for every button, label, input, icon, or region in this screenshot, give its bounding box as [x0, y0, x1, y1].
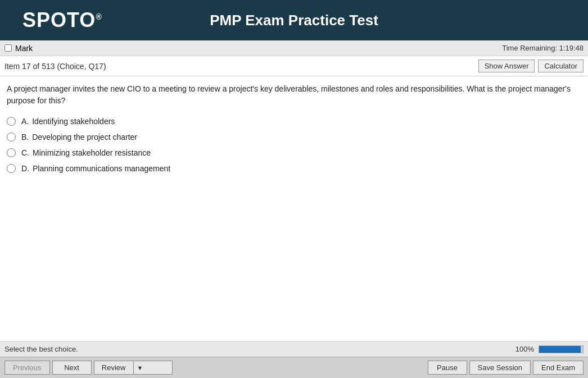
- list-item[interactable]: B.Developing the project charter: [7, 133, 581, 142]
- option-text-B: Developing the project charter: [32, 133, 137, 142]
- option-label-A: A.: [21, 117, 29, 126]
- time-label: Time Remaining:: [502, 44, 557, 52]
- logo: SPOTO®: [22, 8, 102, 32]
- status-bar: Select the best choice. 100%: [0, 341, 588, 357]
- page-title: PMP Exam Practice Test: [210, 12, 378, 29]
- question-area: A project manager invites the new CIO to…: [0, 76, 588, 341]
- option-text-C: Minimizing stakeholder resistance: [33, 148, 151, 157]
- list-item[interactable]: C.Minimizing stakeholder resistance: [7, 148, 581, 157]
- progress-pct: 100%: [515, 345, 534, 353]
- option-text-D: Planning communications management: [33, 164, 170, 173]
- show-answer-button[interactable]: Show Answer: [478, 60, 535, 72]
- header: SPOTO® PMP Exam Practice Test: [0, 0, 588, 40]
- option-radio-C[interactable]: [7, 148, 16, 157]
- bottom-bar: Previous Next Review ▼ Pause Save Sessio…: [0, 357, 588, 378]
- mark-bar: Mark Time Remaining: 1:19:48: [0, 40, 588, 56]
- item-buttons: Show Answer Calculator: [478, 60, 584, 72]
- logo-text: SPOTO: [22, 8, 96, 31]
- list-item[interactable]: A.Identifying stakeholders: [7, 117, 581, 126]
- option-label-B: B.: [21, 133, 29, 142]
- pause-button[interactable]: Pause: [428, 361, 467, 375]
- previous-button[interactable]: Previous: [4, 361, 50, 375]
- status-text: Select the best choice.: [4, 345, 78, 353]
- end-exam-button[interactable]: End Exam: [533, 361, 584, 375]
- time-value: 1:19:48: [559, 44, 584, 52]
- options-list: A.Identifying stakeholdersB.Developing t…: [7, 117, 581, 173]
- right-buttons: Pause Save Session End Exam: [428, 361, 584, 375]
- option-radio-B[interactable]: [7, 133, 16, 142]
- list-item[interactable]: D.Planning communications management: [7, 164, 581, 173]
- time-remaining: Time Remaining: 1:19:48: [502, 44, 584, 52]
- save-session-button[interactable]: Save Session: [469, 361, 531, 375]
- option-radio-D[interactable]: [7, 164, 16, 173]
- option-label-C: C.: [21, 148, 29, 157]
- progress-bar-container: [539, 345, 584, 353]
- review-dropdown-button[interactable]: ▼: [133, 361, 173, 375]
- option-label-D: D.: [21, 164, 29, 173]
- option-radio-A[interactable]: [7, 117, 16, 126]
- progress-area: 100%: [515, 345, 584, 353]
- calculator-button[interactable]: Calculator: [538, 60, 584, 72]
- logo-sup: ®: [96, 12, 102, 21]
- mark-label: Mark: [15, 44, 33, 53]
- left-buttons: Previous Next Review ▼: [4, 361, 173, 375]
- mark-left: Mark: [4, 44, 33, 53]
- question-text: A project manager invites the new CIO to…: [7, 83, 581, 107]
- item-label: Item 17 of 513 (Choice, Q17): [4, 62, 106, 71]
- review-btn-container: Review ▼: [94, 361, 173, 375]
- progress-bar-fill: [539, 346, 581, 353]
- next-button[interactable]: Next: [52, 361, 92, 375]
- review-button[interactable]: Review: [94, 361, 133, 375]
- item-bar: Item 17 of 513 (Choice, Q17) Show Answer…: [0, 56, 588, 76]
- mark-checkbox[interactable]: [4, 44, 12, 52]
- option-text-A: Identifying stakeholders: [32, 117, 115, 126]
